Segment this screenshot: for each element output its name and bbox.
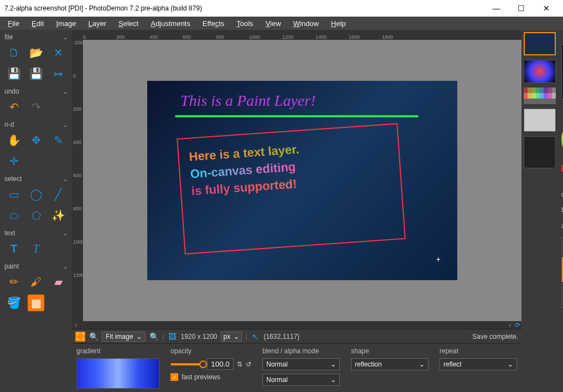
chevron-down-icon: ⌄: [330, 376, 336, 384]
move-tool-icon[interactable]: ✥: [28, 132, 44, 148]
chevron-down-icon: ⌄: [63, 89, 68, 95]
lasso-select-icon[interactable]: ⬭: [6, 207, 22, 224]
open-file-icon[interactable]: 📂: [28, 44, 44, 61]
toolbox-undo-header[interactable]: undo⌄: [2, 86, 70, 96]
doc-thumb-1[interactable]: [524, 32, 556, 55]
opacity-input[interactable]: [207, 358, 234, 370]
menu-window[interactable]: Window: [288, 18, 324, 29]
color-swatches[interactable]: •••: [558, 165, 563, 174]
rect-select-icon[interactable]: ▭: [6, 186, 22, 203]
hand-tool-icon[interactable]: ✋: [6, 132, 22, 148]
chevron-down-icon: ⌄: [63, 176, 68, 182]
menu-tools[interactable]: Tools: [231, 18, 259, 29]
chevron-down-icon: ⌄: [63, 34, 68, 40]
menu-layer[interactable]: Layer: [83, 18, 112, 29]
chevron-down-icon: ⌄: [63, 230, 68, 236]
alpha-mode-select[interactable]: Normal⌄: [262, 374, 340, 386]
menu-image[interactable]: Image: [50, 18, 81, 29]
window-title: 7.2-alpha screenshot [PDI] - PhotoDemon …: [4, 4, 484, 12]
toolbox-select-header[interactable]: select⌄: [2, 174, 70, 184]
menu-edit[interactable]: Edit: [26, 18, 49, 29]
doc-thumb-5[interactable]: [524, 136, 556, 168]
chevron-down-icon: ⌄: [234, 333, 239, 341]
measure-tool-icon[interactable]: ✛: [6, 153, 22, 169]
toolbox: file⌄ 🗋 📂 ✕ 💾 💾 ↦ undo⌄ ↶ ↷ n-d⌄ ✋: [0, 30, 72, 392]
overview-panel-header[interactable]: ⋮⋮ overview ⌄: [558, 30, 563, 42]
tool-options-bar: gradient opacity ⇅ ↺ ✓ fast previews ble…: [72, 343, 521, 392]
zoom-fit-icon[interactable]: ⛶: [75, 332, 85, 342]
eraser-icon[interactable]: ▰: [50, 274, 66, 290]
chevron-down-icon: ⌄: [136, 333, 142, 341]
doc-thumb-3[interactable]: [524, 87, 556, 104]
window-buttons: — ☐ ✕: [484, 1, 559, 16]
canvas-viewport[interactable]: This is a Paint Layer! Here is a text la…: [83, 40, 521, 321]
right-panels: ⋮⋮ overview ⌄ This is a Paint Layer! Her…: [558, 30, 563, 392]
redo-icon[interactable]: ↷: [28, 99, 44, 115]
repeat-select[interactable]: reflect⌄: [440, 358, 517, 370]
blend-mode-select[interactable]: Normal⌄: [262, 358, 340, 370]
zoom-in-icon[interactable]: 🔍: [149, 332, 159, 341]
toolbox-file-header[interactable]: file⌄: [2, 32, 70, 42]
doc-thumb-2[interactable]: [524, 60, 556, 83]
doc-thumb-4[interactable]: [524, 109, 556, 132]
layers-panel-header[interactable]: ⋮⋮ layers ⌄: [558, 174, 563, 186]
line-select-icon[interactable]: ╱: [50, 186, 66, 203]
chevron-down-icon: ⌄: [63, 264, 68, 270]
shape-label: shape: [351, 347, 428, 355]
document-tabs: [521, 30, 558, 392]
menu-effects[interactable]: Effects: [197, 18, 230, 29]
menu-view[interactable]: View: [260, 18, 287, 29]
eyedropper-icon[interactable]: ✎: [50, 132, 66, 148]
export-icon[interactable]: ↦: [50, 65, 66, 82]
save-copy-icon[interactable]: 💾: [28, 65, 44, 82]
toolbox-paint-header[interactable]: paint⌄: [2, 261, 70, 271]
close-file-icon[interactable]: ✕: [50, 44, 66, 61]
toolbox-text-header[interactable]: text⌄: [2, 228, 70, 238]
scroll-sync-icon[interactable]: ⟳: [514, 321, 521, 329]
horizontal-scrollbar[interactable]: ‹ › ⟳: [72, 321, 521, 329]
shape-select[interactable]: reflection⌄: [351, 358, 428, 370]
fast-previews-checkbox[interactable]: ✓ fast previews: [171, 373, 251, 381]
brush-icon[interactable]: 🖌: [28, 274, 44, 290]
image-size-icon: 🖼: [167, 332, 177, 341]
ruler-vertical: -200020040060080010001200: [72, 40, 83, 321]
menu-help[interactable]: Help: [326, 18, 352, 29]
blend-alpha-label: blend / alpha mode: [262, 347, 340, 355]
scroll-left-icon[interactable]: ‹: [72, 321, 80, 329]
pencil-icon[interactable]: ✏: [6, 274, 22, 290]
zoom-out-icon[interactable]: 🔍: [89, 332, 99, 341]
opacity-stepper-icon[interactable]: ⇅: [237, 360, 242, 368]
gradient-preview[interactable]: [76, 358, 159, 389]
color-selector-header[interactable]: ⋮⋮ color selector ⌄: [558, 102, 563, 114]
fill-icon[interactable]: 🪣: [6, 295, 22, 311]
text-basic-icon[interactable]: T: [6, 240, 22, 257]
toolbox-nd-header[interactable]: n-d⌄: [2, 120, 70, 130]
text-typography-icon[interactable]: T: [28, 240, 44, 257]
opacity-slider[interactable]: [171, 363, 204, 365]
new-file-icon[interactable]: 🗋: [6, 44, 22, 61]
scroll-right-icon[interactable]: ›: [506, 321, 514, 329]
text-layer-box[interactable]: Here is a text layer. On-canvas editing …: [177, 123, 406, 254]
chevron-down-icon: ⌄: [330, 360, 336, 368]
chevron-down-icon: ⌄: [63, 122, 68, 128]
ellipse-select-icon[interactable]: ◯: [28, 186, 44, 203]
wand-select-icon[interactable]: ✨: [50, 207, 66, 224]
status-message: Save complete.: [472, 333, 518, 341]
repeat-label: repeat: [440, 347, 517, 355]
gradient-tool-icon[interactable]: ▦: [28, 295, 44, 311]
chevron-down-icon: ⌄: [508, 360, 513, 368]
menu-select[interactable]: Select: [113, 18, 144, 29]
maximize-button[interactable]: ☐: [509, 1, 534, 16]
minimize-button[interactable]: —: [484, 1, 509, 16]
status-bar: ⛶ 🔍 Fit image⌄ 🔍 | 🖼 1920 x 1200 px⌄ | ↖…: [72, 329, 521, 343]
zoom-select[interactable]: Fit image⌄: [102, 332, 146, 342]
close-button[interactable]: ✕: [534, 1, 559, 16]
menu-adjustments[interactable]: Adjustments: [145, 18, 196, 29]
unit-select[interactable]: px⌄: [221, 332, 242, 342]
menu-file[interactable]: File: [2, 18, 25, 29]
poly-select-icon[interactable]: ⬠: [28, 207, 44, 224]
canvas-image[interactable]: This is a Paint Layer! Here is a text la…: [147, 81, 457, 280]
opacity-reset-icon[interactable]: ↺: [246, 360, 251, 368]
undo-icon[interactable]: ↶: [6, 99, 22, 115]
save-icon[interactable]: 💾: [6, 65, 22, 82]
